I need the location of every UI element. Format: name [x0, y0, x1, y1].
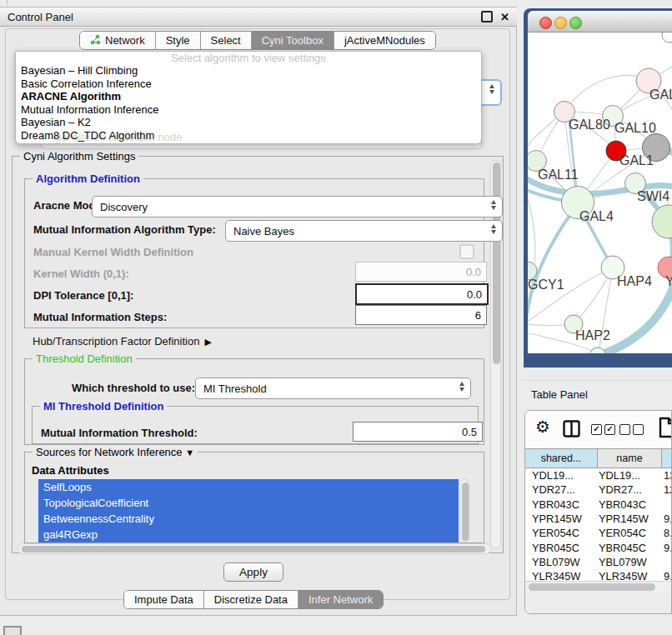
- checked-box-icon: ✓: [591, 424, 602, 435]
- select-all-checks-icon[interactable]: ✓ ✓: [591, 424, 615, 435]
- which-threshold-value: MI Threshold: [203, 382, 267, 395]
- attributes-vscrollbar-thumb[interactable]: [462, 482, 469, 541]
- cell-shared-name: YBR043C: [525, 498, 597, 511]
- close-icon[interactable]: ✕: [500, 12, 509, 22]
- dpi-tolerance-field[interactable]: 0.0: [355, 283, 489, 305]
- combo-stepper: [491, 200, 496, 210]
- node-right-large[interactable]: [652, 205, 672, 238]
- list-item-gal4rgexp[interactable]: gal4RGexp: [38, 527, 459, 542]
- tab-cyni-toolbox[interactable]: Cyni Toolbox: [251, 32, 333, 49]
- combo-stepper: [489, 84, 494, 94]
- aracne-mode-combo[interactable]: Discovery: [92, 196, 503, 218]
- mi-steps-field[interactable]: 6: [355, 305, 487, 325]
- which-threshold-combo[interactable]: MI Threshold: [195, 378, 471, 399]
- dropdown-item-bayesian-hill[interactable]: Bayesian – Hill Climbing: [16, 64, 481, 78]
- table-hscrollbar-thumb[interactable]: [529, 583, 655, 591]
- cell-shared-name: YBL079W: [525, 556, 597, 568]
- algorithm-dropdown: Select algorithm to view settings Bayesi…: [15, 51, 482, 144]
- cell-value: 9.: [660, 512, 672, 525]
- dpi-tolerance-label: DPI Tolerance [0,1]:: [33, 289, 133, 302]
- node-bottom[interactable]: [589, 348, 606, 353]
- deselect-all-checks-icon[interactable]: [619, 424, 644, 435]
- zoom-traffic-light[interactable]: [569, 17, 582, 29]
- tab-discretize-data[interactable]: Discretize Data: [203, 591, 298, 608]
- mi-algorithm-type-combo[interactable]: Naive Bayes: [225, 220, 503, 242]
- hub-definition-label: Hub/Transcription Factor Definition: [33, 335, 199, 348]
- algorithm-definition-title: Algorithm Definition: [33, 172, 143, 185]
- tab-jactivemnodules[interactable]: jActiveMNodules: [333, 32, 435, 49]
- list-item-betweennesscentrality[interactable]: BetweennessCentrality: [38, 511, 459, 527]
- tab-impute-data[interactable]: Impute Data: [124, 591, 203, 608]
- tab-network[interactable]: Network: [80, 32, 155, 49]
- hub-definition-toggle[interactable]: Hub/Transcription Factor Definition▶: [33, 335, 212, 348]
- dropdown-item-dream8[interactable]: Dream8 DC_TDC Algorithm: [16, 129, 481, 142]
- list-item-topologicalcoefficient[interactable]: TopologicalCoefficient: [38, 495, 459, 511]
- mi-threshold-definition-group: MI Threshold Definition Mutual Informati…: [32, 406, 479, 444]
- settings-vscrollbar[interactable]: [490, 160, 501, 548]
- kernel-width-label: Kernel Width (0,1):: [33, 268, 129, 280]
- close-traffic-light[interactable]: [539, 17, 552, 29]
- table-row[interactable]: YDR27... YDR27... 12: [525, 482, 672, 497]
- minimized-panel-icon[interactable]: [3, 626, 22, 635]
- table-row[interactable]: YPR145W YPR145W 9.: [525, 512, 672, 526]
- settings-hscrollbar-thumb[interactable]: [22, 546, 485, 552]
- combo-stepper: [459, 382, 464, 392]
- control-panel-titlebar: Control Panel ✕: [0, 8, 517, 27]
- mi-threshold-field[interactable]: 0.5: [353, 422, 483, 442]
- dropdown-item-bayesian-k2[interactable]: Bayesian – K2: [16, 116, 481, 129]
- gear-icon[interactable]: ⚙: [535, 418, 550, 435]
- tab-label: Discretize Data: [214, 593, 288, 606]
- label-hap4: HAP4: [617, 274, 652, 288]
- which-threshold-label: Which threshold to use:: [72, 382, 195, 394]
- network-node-labels: GAL GAL80 GAL10 GAL1 GAL11 SWI4 GAL4 GCY…: [528, 88, 672, 342]
- cell-shared-name: YBR045C: [525, 542, 597, 554]
- network-window-titlebar[interactable]: [528, 11, 672, 32]
- mi-threshold-label: Mutual Information Threshold:: [41, 427, 198, 439]
- minimize-traffic-light[interactable]: [554, 17, 567, 29]
- sources-title-text: Sources for Network Inference: [36, 446, 183, 458]
- tab-label: jActiveMNodules: [344, 34, 425, 47]
- manual-kernel-checkbox[interactable]: [459, 244, 474, 259]
- table-hscrollbar[interactable]: [525, 581, 672, 592]
- new-table-icon[interactable]: [659, 417, 672, 442]
- unchecked-box-icon: [619, 424, 630, 435]
- apply-button[interactable]: Apply: [223, 562, 283, 582]
- unchecked-box-icon: [633, 424, 644, 435]
- checked-box-icon: ✓: [604, 424, 615, 435]
- cell-shared-name: YER054C: [525, 527, 597, 539]
- table-header-row: shared... name: [525, 448, 672, 468]
- table-row[interactable]: YBR043C YBR043C: [525, 498, 672, 512]
- table-row[interactable]: YBL079W YBL079W: [525, 555, 672, 569]
- float-window-icon[interactable]: [481, 11, 493, 22]
- tab-style[interactable]: Style: [155, 32, 200, 49]
- manual-kernel-label: Manual Kernel Width Definition: [33, 246, 193, 258]
- column-header-shared-name[interactable]: shared...: [525, 449, 598, 468]
- cell-value: 13: [660, 469, 672, 482]
- settings-vscrollbar-thumb[interactable]: [493, 162, 500, 364]
- table-row[interactable]: YBR045C YBR045C 9.: [525, 540, 672, 554]
- settings-hscrollbar[interactable]: [18, 543, 491, 554]
- mi-algorithm-type-label: Mutual Information Algorithm Type:: [33, 223, 216, 236]
- dropdown-item-mutual-information[interactable]: Mutual Information Inference: [16, 103, 481, 117]
- aracne-mode-value: Discovery: [100, 201, 148, 213]
- label-gal80: GAL80: [569, 118, 610, 132]
- column-header-name[interactable]: name: [598, 449, 662, 468]
- kernel-width-field[interactable]: 0.0: [355, 262, 487, 282]
- cyni-algorithm-settings-group: Cyni Algorithm Settings Algorithm Defini…: [12, 156, 504, 553]
- attributes-vscrollbar[interactable]: [459, 479, 469, 542]
- network-canvas[interactable]: GAL GAL80 GAL10 GAL1 GAL11 SWI4 GAL4 GCY…: [528, 32, 672, 353]
- dropdown-item-aracne[interactable]: ARACNE Algorithm: [16, 90, 481, 103]
- expanded-arrow-icon: ▼: [185, 448, 194, 458]
- tab-infer-network[interactable]: Infer Network: [298, 591, 383, 608]
- table-row[interactable]: YER054C YER054C 8.: [525, 526, 672, 540]
- label-gal2: GAL: [649, 88, 672, 102]
- list-item-selfloops[interactable]: SelfLoops: [38, 479, 459, 495]
- split-columns-icon[interactable]: [563, 420, 580, 441]
- tab-select[interactable]: Select: [200, 32, 251, 49]
- table-row[interactable]: YDL19... YDL19... 13: [525, 468, 672, 482]
- label-y: Y: [665, 274, 672, 288]
- column-header-cut[interactable]: [662, 449, 672, 468]
- dropdown-item-basic-correlation[interactable]: Basic Correlation Inference: [16, 78, 481, 91]
- sources-group-title[interactable]: Sources for Network Inference ▼: [33, 446, 198, 459]
- node-unnamed-top[interactable]: [662, 32, 672, 42]
